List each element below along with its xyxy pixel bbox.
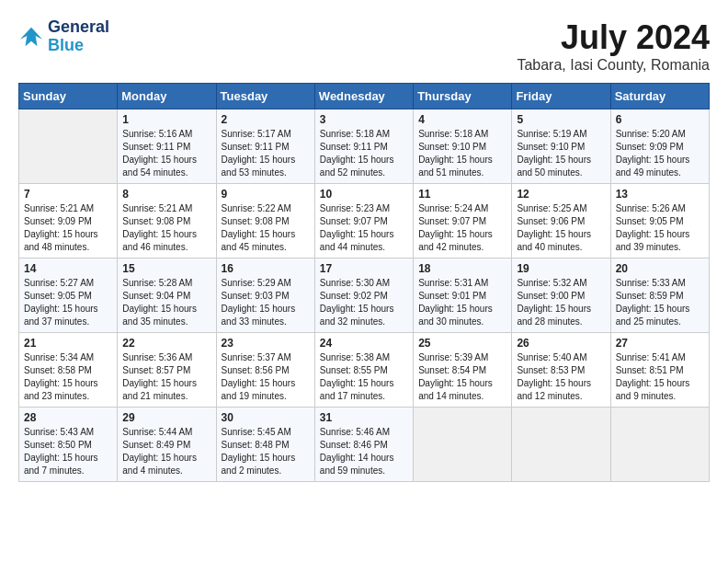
day-number: 7 — [24, 188, 112, 201]
calendar-day-cell: 5Sunrise: 5:19 AM Sunset: 9:10 PM Daylig… — [512, 109, 610, 184]
calendar-day-cell: 10Sunrise: 5:23 AM Sunset: 9:07 PM Dayli… — [314, 184, 413, 259]
calendar-day-cell: 9Sunrise: 5:22 AM Sunset: 9:08 PM Daylig… — [216, 184, 314, 259]
day-info: Sunrise: 5:44 AM Sunset: 8:49 PM Dayligh… — [122, 426, 210, 477]
day-info: Sunrise: 5:30 AM Sunset: 9:02 PM Dayligh… — [320, 277, 408, 328]
page-subtitle: Tabara, Iasi County, Romania — [517, 57, 710, 74]
day-info: Sunrise: 5:37 AM Sunset: 8:56 PM Dayligh… — [222, 351, 310, 403]
calendar-day-cell: 25Sunrise: 5:39 AM Sunset: 8:54 PM Dayli… — [414, 333, 512, 408]
day-number: 23 — [222, 337, 310, 350]
calendar-day-cell — [512, 408, 610, 482]
day-number: 16 — [222, 262, 310, 275]
calendar-day-cell: 3Sunrise: 5:18 AM Sunset: 9:11 PM Daylig… — [314, 109, 413, 184]
day-number: 27 — [616, 337, 704, 350]
page-header: General Blue July 2024 Tabara, Iasi Coun… — [18, 18, 710, 74]
calendar-header-cell: Wednesday — [314, 84, 413, 109]
calendar-week-row: 1Sunrise: 5:16 AM Sunset: 9:11 PM Daylig… — [19, 109, 710, 184]
day-number: 6 — [616, 113, 704, 126]
day-number: 14 — [24, 262, 112, 275]
day-number: 19 — [517, 262, 605, 275]
day-number: 2 — [222, 113, 310, 126]
calendar-day-cell — [610, 408, 709, 482]
day-info: Sunrise: 5:34 AM Sunset: 8:58 PM Dayligh… — [24, 351, 112, 403]
calendar-day-cell: 17Sunrise: 5:30 AM Sunset: 9:02 PM Dayli… — [314, 259, 413, 333]
calendar-day-cell: 21Sunrise: 5:34 AM Sunset: 8:58 PM Dayli… — [19, 333, 118, 408]
calendar-day-cell: 14Sunrise: 5:27 AM Sunset: 9:05 PM Dayli… — [19, 259, 118, 333]
day-number: 31 — [320, 411, 408, 424]
day-info: Sunrise: 5:40 AM Sunset: 8:53 PM Dayligh… — [517, 351, 605, 403]
day-info: Sunrise: 5:21 AM Sunset: 9:09 PM Dayligh… — [24, 202, 112, 254]
calendar-day-cell: 26Sunrise: 5:40 AM Sunset: 8:53 PM Dayli… — [512, 333, 610, 408]
calendar-day-cell: 6Sunrise: 5:20 AM Sunset: 9:09 PM Daylig… — [610, 109, 709, 184]
day-info: Sunrise: 5:24 AM Sunset: 9:07 PM Dayligh… — [418, 202, 506, 254]
day-number: 4 — [418, 113, 506, 126]
logo: General Blue — [18, 18, 109, 55]
day-number: 13 — [616, 188, 704, 201]
day-info: Sunrise: 5:28 AM Sunset: 9:04 PM Dayligh… — [122, 277, 210, 328]
day-info: Sunrise: 5:17 AM Sunset: 9:11 PM Dayligh… — [222, 128, 310, 179]
day-info: Sunrise: 5:41 AM Sunset: 8:51 PM Dayligh… — [616, 351, 704, 403]
day-number: 25 — [418, 337, 506, 350]
calendar-header: SundayMondayTuesdayWednesdayThursdayFrid… — [19, 84, 710, 109]
calendar-day-cell: 18Sunrise: 5:31 AM Sunset: 9:01 PM Dayli… — [414, 259, 512, 333]
calendar-day-cell: 23Sunrise: 5:37 AM Sunset: 8:56 PM Dayli… — [216, 333, 314, 408]
day-number: 11 — [418, 188, 506, 201]
calendar-day-cell: 16Sunrise: 5:29 AM Sunset: 9:03 PM Dayli… — [216, 259, 314, 333]
day-info: Sunrise: 5:27 AM Sunset: 9:05 PM Dayligh… — [24, 277, 112, 328]
calendar-day-cell: 19Sunrise: 5:32 AM Sunset: 9:00 PM Dayli… — [512, 259, 610, 333]
calendar-day-cell: 12Sunrise: 5:25 AM Sunset: 9:06 PM Dayli… — [512, 184, 610, 259]
calendar-header-cell: Thursday — [414, 84, 512, 109]
day-info: Sunrise: 5:31 AM Sunset: 9:01 PM Dayligh… — [418, 277, 506, 328]
calendar-day-cell — [414, 408, 512, 482]
calendar-day-cell: 1Sunrise: 5:16 AM Sunset: 9:11 PM Daylig… — [118, 109, 216, 184]
day-info: Sunrise: 5:18 AM Sunset: 9:11 PM Dayligh… — [320, 128, 408, 179]
day-number: 29 — [122, 411, 210, 424]
day-number: 5 — [517, 113, 605, 126]
day-number: 3 — [320, 113, 408, 126]
day-number: 17 — [320, 262, 408, 275]
calendar-day-cell: 20Sunrise: 5:33 AM Sunset: 8:59 PM Dayli… — [610, 259, 709, 333]
calendar-day-cell: 27Sunrise: 5:41 AM Sunset: 8:51 PM Dayli… — [610, 333, 709, 408]
logo-icon — [18, 24, 44, 50]
day-number: 12 — [517, 188, 605, 201]
calendar-day-cell: 24Sunrise: 5:38 AM Sunset: 8:55 PM Dayli… — [314, 333, 413, 408]
logo-text: General Blue — [48, 18, 109, 55]
calendar-day-cell: 13Sunrise: 5:26 AM Sunset: 9:05 PM Dayli… — [610, 184, 709, 259]
title-block: July 2024 Tabara, Iasi County, Romania — [517, 18, 710, 74]
day-info: Sunrise: 5:22 AM Sunset: 9:08 PM Dayligh… — [222, 202, 310, 254]
calendar-day-cell: 22Sunrise: 5:36 AM Sunset: 8:57 PM Dayli… — [118, 333, 216, 408]
calendar-header-cell: Saturday — [610, 84, 709, 109]
day-info: Sunrise: 5:38 AM Sunset: 8:55 PM Dayligh… — [320, 351, 408, 403]
day-info: Sunrise: 5:23 AM Sunset: 9:07 PM Dayligh… — [320, 202, 408, 254]
calendar-week-row: 21Sunrise: 5:34 AM Sunset: 8:58 PM Dayli… — [19, 333, 710, 408]
day-info: Sunrise: 5:29 AM Sunset: 9:03 PM Dayligh… — [222, 277, 310, 328]
day-number: 10 — [320, 188, 408, 201]
day-number: 30 — [222, 411, 310, 424]
day-info: Sunrise: 5:25 AM Sunset: 9:06 PM Dayligh… — [517, 202, 605, 254]
day-info: Sunrise: 5:36 AM Sunset: 8:57 PM Dayligh… — [122, 351, 210, 403]
day-number: 18 — [418, 262, 506, 275]
day-info: Sunrise: 5:16 AM Sunset: 9:11 PM Dayligh… — [122, 128, 210, 179]
day-info: Sunrise: 5:46 AM Sunset: 8:46 PM Dayligh… — [320, 426, 408, 477]
calendar-week-row: 7Sunrise: 5:21 AM Sunset: 9:09 PM Daylig… — [19, 184, 710, 259]
calendar-week-row: 28Sunrise: 5:43 AM Sunset: 8:50 PM Dayli… — [19, 408, 710, 482]
svg-marker-0 — [20, 28, 42, 47]
day-number: 21 — [24, 337, 112, 350]
calendar-day-cell: 30Sunrise: 5:45 AM Sunset: 8:48 PM Dayli… — [216, 408, 314, 482]
day-info: Sunrise: 5:45 AM Sunset: 8:48 PM Dayligh… — [222, 426, 310, 477]
day-info: Sunrise: 5:26 AM Sunset: 9:05 PM Dayligh… — [616, 202, 704, 254]
calendar-header-cell: Monday — [118, 84, 216, 109]
calendar-day-cell — [19, 109, 118, 184]
day-info: Sunrise: 5:20 AM Sunset: 9:09 PM Dayligh… — [616, 128, 704, 179]
calendar-day-cell: 28Sunrise: 5:43 AM Sunset: 8:50 PM Dayli… — [19, 408, 118, 482]
day-number: 22 — [122, 337, 210, 350]
calendar-day-cell: 15Sunrise: 5:28 AM Sunset: 9:04 PM Dayli… — [118, 259, 216, 333]
calendar-header-cell: Tuesday — [216, 84, 314, 109]
calendar-day-cell: 4Sunrise: 5:18 AM Sunset: 9:10 PM Daylig… — [414, 109, 512, 184]
day-info: Sunrise: 5:43 AM Sunset: 8:50 PM Dayligh… — [24, 426, 112, 477]
calendar-day-cell: 2Sunrise: 5:17 AM Sunset: 9:11 PM Daylig… — [216, 109, 314, 184]
day-number: 1 — [122, 113, 210, 126]
page-title: July 2024 — [517, 18, 710, 57]
day-number: 26 — [517, 337, 605, 350]
day-number: 15 — [122, 262, 210, 275]
day-info: Sunrise: 5:33 AM Sunset: 8:59 PM Dayligh… — [616, 277, 704, 328]
